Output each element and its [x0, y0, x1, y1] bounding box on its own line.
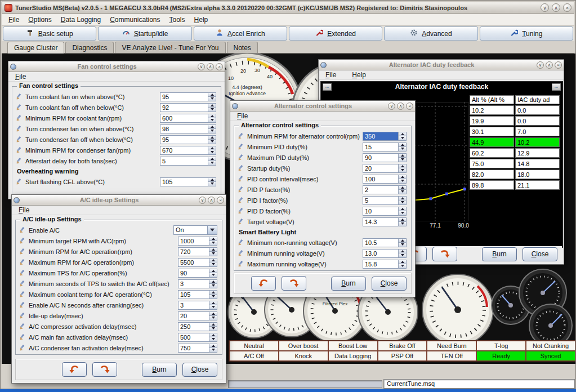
spinner-arrows[interactable] — [209, 344, 217, 352]
setting-spinner[interactable]: 92 — [160, 103, 216, 112]
spinner-arrows[interactable] — [208, 157, 216, 165]
table-cell[interactable]: 18.0 — [515, 170, 560, 179]
spinner-up-icon[interactable] — [209, 269, 217, 274]
spinner-value[interactable]: 15 — [363, 143, 398, 151]
setting-spinner[interactable]: 500 — [178, 333, 217, 342]
undo-button[interactable] — [251, 276, 276, 291]
spinner-down-icon[interactable] — [399, 243, 406, 247]
spinner-down-icon[interactable] — [209, 316, 217, 320]
spinner-value[interactable]: 20 — [178, 312, 209, 320]
spinner-down-icon[interactable] — [209, 295, 217, 299]
spinner-down-icon[interactable] — [399, 201, 406, 204]
spinner-arrows[interactable] — [398, 154, 406, 162]
table-cell[interactable]: 0.0 — [515, 105, 560, 115]
spinner-value[interactable]: 2 — [363, 186, 398, 194]
spinner-up-icon[interactable] — [209, 301, 217, 306]
spinner-value[interactable]: 95 — [160, 93, 208, 101]
spinner-down-icon[interactable] — [399, 253, 406, 257]
table-cell[interactable]: 82.0 — [470, 170, 514, 179]
spinner-value[interactable]: 20 — [363, 164, 398, 172]
maximize-button[interactable]: ∧ — [397, 103, 404, 110]
spinner-down-icon[interactable] — [209, 284, 217, 288]
spinner-up-icon[interactable] — [399, 186, 406, 190]
table-cell[interactable]: 7.0 — [515, 127, 560, 136]
redo-button[interactable] — [92, 362, 117, 377]
setting-spinner[interactable]: 95 — [160, 135, 216, 144]
spinner-up-icon[interactable] — [208, 136, 216, 140]
setting-spinner[interactable]: 720 — [178, 247, 217, 256]
spinner-down-icon[interactable] — [209, 273, 217, 277]
spinner-value[interactable]: 92 — [160, 104, 208, 112]
spinner-arrows[interactable] — [398, 260, 406, 268]
table-cell[interactable]: 0.0 — [515, 116, 560, 126]
burn-button[interactable]: Burn — [482, 247, 517, 261]
spinner-down-icon[interactable] — [209, 305, 217, 309]
spinner-up-icon[interactable] — [209, 248, 217, 252]
setting-spinner[interactable]: 15.8 — [363, 260, 407, 269]
menu-file[interactable]: File — [4, 15, 24, 25]
spinner-up-icon[interactable] — [208, 93, 216, 97]
tuning-button[interactable]: Tuning — [480, 26, 573, 41]
spinner-up-icon[interactable] — [399, 143, 406, 148]
spinner-arrows[interactable] — [209, 312, 217, 320]
spinner-value[interactable]: 90 — [363, 154, 398, 162]
spinner-value[interactable]: 250 — [178, 323, 209, 331]
spinner-value[interactable]: 90 — [178, 269, 209, 277]
setting-spinner[interactable]: 3 — [178, 279, 217, 288]
spinner-down-icon[interactable] — [399, 222, 406, 226]
spinner-arrows[interactable] — [398, 186, 406, 194]
spinner-down-icon[interactable] — [399, 211, 406, 215]
setting-spinner[interactable]: 14.3 — [363, 217, 407, 226]
spinner-down-icon[interactable] — [209, 241, 217, 245]
table-cell[interactable]: 89.8 — [470, 180, 514, 190]
spinner-down-icon[interactable] — [209, 252, 217, 256]
setting-spinner[interactable]: 95 — [160, 92, 216, 101]
setting-spinner[interactable]: 670 — [160, 146, 216, 155]
spinner-value[interactable]: 3 — [178, 280, 209, 288]
spinner-value[interactable]: 13.0 — [363, 250, 398, 257]
spinner-value[interactable]: 10 — [363, 207, 398, 215]
advanced-button[interactable]: Advanced — [384, 26, 477, 41]
spinner-down-icon[interactable] — [208, 129, 216, 133]
spinner-value[interactable]: 750 — [178, 344, 209, 352]
table-cell[interactable]: 10.2 — [515, 137, 560, 147]
spinner-arrows[interactable] — [209, 269, 217, 277]
spinner-value[interactable]: 100 — [363, 175, 398, 183]
spinner-up-icon[interactable] — [209, 312, 217, 317]
setting-spinner[interactable]: 105 — [178, 290, 217, 299]
redo-button[interactable] — [432, 247, 457, 261]
maximize-button[interactable]: ∧ — [208, 197, 215, 204]
menu-file[interactable]: File — [11, 72, 30, 82]
startup-idle-button[interactable]: Startup/idle — [98, 26, 191, 41]
setting-spinner[interactable]: 100 — [363, 175, 407, 184]
setting-spinner[interactable]: 750 — [178, 344, 217, 353]
spinner-up-icon[interactable] — [399, 250, 406, 254]
spinner-down-icon[interactable] — [399, 179, 406, 183]
spinner-down-icon[interactable] — [208, 150, 216, 154]
table-cell[interactable]: 19.9 — [470, 116, 514, 126]
spinner-arrows[interactable] — [398, 164, 406, 172]
spinner-value[interactable]: 95 — [160, 136, 208, 144]
spinner-arrows[interactable] — [398, 207, 406, 215]
spinner-up-icon[interactable] — [399, 197, 406, 201]
spinner-value[interactable]: 600 — [160, 114, 208, 122]
dialog-titlebar[interactable]: Alternator IAC duty feedback ∨ ∧ × — [319, 60, 564, 70]
setting-spinner[interactable]: 20 — [178, 311, 217, 320]
shade-button[interactable]: ∨ — [388, 103, 395, 110]
table-cell[interactable]: 21.1 — [515, 180, 560, 190]
spinner-arrows[interactable] — [208, 178, 216, 186]
menu-data-logging[interactable]: Data Logging — [56, 15, 105, 25]
table-menu-button[interactable]: ... — [323, 83, 332, 91]
extended-button[interactable]: Extended — [289, 26, 382, 41]
spinner-up-icon[interactable] — [399, 218, 406, 222]
spinner-arrows[interactable] — [398, 132, 406, 140]
setting-spinner[interactable]: 3 — [178, 301, 217, 310]
setting-spinner[interactable]: 20 — [363, 164, 407, 173]
menu-tools[interactable]: Tools — [165, 15, 190, 25]
setting-spinner[interactable]: 105 — [160, 177, 216, 186]
table-cell[interactable]: 30.1 — [470, 127, 514, 136]
close-button[interactable]: × — [217, 197, 224, 204]
spinner-arrows[interactable] — [208, 125, 216, 133]
setting-spinner[interactable]: 13.0 — [363, 249, 407, 258]
spinner-down-icon[interactable] — [209, 327, 217, 331]
